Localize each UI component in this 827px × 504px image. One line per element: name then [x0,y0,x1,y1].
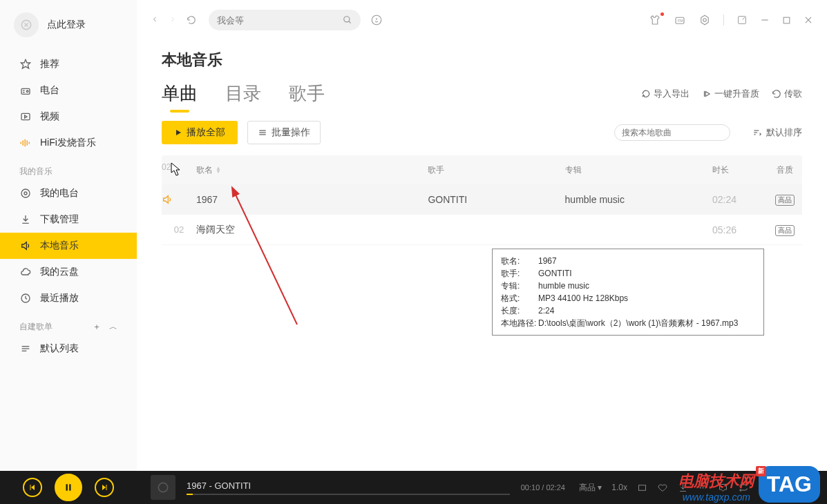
transfer-button[interactable]: 传歌 [772,88,802,100]
logo-icon [14,12,39,37]
local-search-input[interactable] [622,128,725,137]
main-area: FM 本地音乐 单曲 目录 歌手 导入导出 一键升音质 [137,0,827,471]
listen-identify-icon[interactable] [370,14,383,26]
close-icon[interactable] [804,15,813,25]
nav-label: 最近播放 [40,292,79,304]
radio-icon [19,84,32,97]
tabs: 单曲 目录 歌手 [162,81,325,106]
prev-button[interactable] [23,478,42,497]
album-thumb[interactable] [151,475,175,500]
watermark: 电脑技术网 www.tagxp.com 新 TAG [678,466,820,503]
svg-rect-28 [783,17,790,23]
track-duration: 05:26 [712,224,768,235]
track-info-tooltip: 歌名:1967 歌手:GONTITI 专辑:humble music 格式:MP… [492,249,764,336]
upgrade-quality-button[interactable]: 一键升音质 [702,88,759,100]
batch-button[interactable]: 批量操作 [247,121,321,144]
sidebar-item-local-music[interactable]: 本地音乐 [0,233,137,259]
video-icon [19,110,32,123]
next-button[interactable] [95,478,114,497]
nav-label: 默认列表 [40,342,79,355]
col-quality[interactable]: 音质 [768,164,802,176]
separator [723,14,724,26]
playlist-header: 自建歌单 ＋ ︿ [0,311,137,336]
login-area[interactable]: 点此登录 [0,12,137,51]
tab-artists[interactable]: 歌手 [289,81,325,106]
col-duration[interactable]: 时长 [712,164,768,176]
svg-marker-1 [21,59,30,68]
search-box[interactable] [209,10,361,30]
sidebar-item-downloads[interactable]: 下载管理 [0,206,137,233]
table-header: 歌名▲▼ 歌手 专辑 时长 音质 [162,155,802,184]
sidebar-item-recommend[interactable]: 推荐 [0,51,137,77]
clock-icon [19,292,32,304]
cloud-icon [19,266,32,278]
search-icon[interactable] [343,15,352,25]
svg-point-13 [21,189,30,197]
watermark-cn: 电脑技术网 [678,471,754,492]
track-index: 02 [162,224,196,235]
fm-icon[interactable]: FM [674,14,686,26]
col-album[interactable]: 专辑 [565,164,712,176]
track-row[interactable]: 1967 GONTITI humble music 02:24 高品 [162,184,802,215]
svg-rect-49 [639,485,646,490]
svg-marker-7 [25,115,27,118]
nav-label: HiFi发烧音乐 [40,137,96,149]
sidebar-item-radio[interactable]: 电台 [0,77,137,104]
pause-button[interactable] [55,474,82,501]
svg-marker-24 [701,15,709,25]
tab-songs[interactable]: 单曲 [162,81,198,106]
collapse-icon[interactable]: ︿ [109,321,117,333]
content: 本地音乐 单曲 目录 歌手 导入导出 一键升音质 传歌 播放全部 [137,40,827,471]
svg-rect-43 [30,485,31,490]
quality-badge: 高品 [775,195,795,206]
minimize-icon[interactable] [760,15,770,25]
sort-button[interactable]: 默认排序 [752,126,802,139]
col-artist[interactable]: 歌手 [428,164,564,176]
login-text[interactable]: 点此登录 [47,19,86,31]
settings-icon[interactable] [698,14,711,26]
tab-dirs[interactable]: 目录 [225,81,261,106]
track-row[interactable]: 02 海阔天空 05:26 高品 [162,215,802,245]
svg-point-48 [158,483,167,492]
download-icon [19,213,32,226]
sidebar-item-hifi[interactable]: HiFi发烧音乐 [0,130,137,156]
local-search-box[interactable] [614,124,730,141]
sidebar-item-cloud[interactable]: 我的云盘 [0,259,137,285]
headphones-icon [19,187,32,200]
topbar: FM [137,0,827,40]
sidebar-item-default-list[interactable]: 默认列表 [0,336,137,362]
sort-indicator-icon: ▲▼ [216,166,221,173]
mini-mode-icon[interactable] [736,14,748,26]
sidebar-item-my-radio[interactable]: 我的电台 [0,180,137,206]
favorite-icon[interactable] [657,482,668,493]
play-all-button[interactable]: 播放全部 [162,121,238,144]
speed-indicator[interactable]: 1.0x [611,483,627,492]
nav-back-icon[interactable] [151,15,159,25]
quality-badge: 高品 [775,225,795,236]
refresh-icon[interactable] [187,15,196,25]
svg-rect-44 [66,484,68,490]
fullscreen-icon[interactable] [637,483,647,493]
skin-icon[interactable] [649,14,661,26]
nav-label: 视频 [40,110,59,123]
nav-label: 电台 [40,84,59,97]
search-input[interactable] [217,15,343,26]
nav-forward-icon[interactable] [169,15,177,25]
quality-indicator[interactable]: 高品 ▾ [579,482,602,494]
svg-point-14 [24,192,27,195]
track-artist: GONTITI [428,194,564,205]
maximize-icon[interactable] [782,16,791,25]
list-icon [19,342,32,355]
svg-marker-31 [176,130,181,135]
nav-label: 我的电台 [40,187,79,200]
nav-label: 本地音乐 [40,240,79,252]
add-playlist-icon[interactable]: ＋ [93,321,101,333]
col-name[interactable]: 歌名▲▼ [196,164,428,176]
sidebar-item-video[interactable]: 视频 [0,104,137,130]
track-name: 海阔天空 [196,224,428,236]
sidebar-item-recent[interactable]: 最近播放 [0,285,137,311]
progress-bar[interactable] [187,494,510,495]
svg-rect-6 [21,113,30,119]
import-export-button[interactable]: 导入导出 [641,88,690,100]
sidebar: 点此登录 推荐 电台 视频 HiFi发烧音乐 我的音乐 我的电台 下载管理 [0,0,137,471]
